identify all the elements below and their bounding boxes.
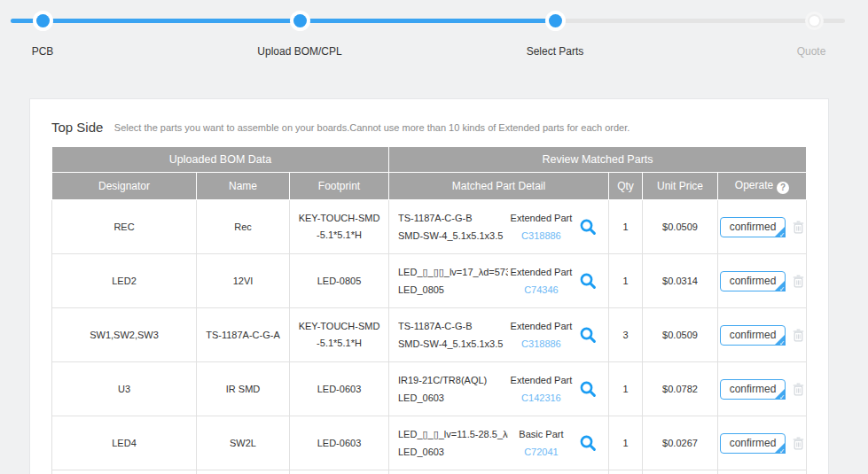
confirmed-button-label: confirmed (730, 383, 777, 395)
part-type-label: Extended Part (508, 317, 575, 335)
matched-part-line1: LED_▯_▯_lv=11.5-28.5_λd... (398, 425, 508, 443)
table-row: SW1,SW2,SW3 TS-1187A-C-G-A KEY-TOUCH-SMD… (52, 308, 807, 362)
col-header-operate: Operate? (718, 173, 807, 200)
confirmed-button[interactable]: confirmed ✓ (720, 217, 786, 237)
confirmed-button-label: confirmed (730, 437, 777, 449)
cell-matched-part-detail: TS-1187A-C-G-B SMD-SW-4_5.1x5.1x3.5 Exte… (389, 200, 609, 254)
part-type-label: Extended Part (508, 209, 575, 227)
col-header-qty: Qty (609, 173, 643, 200)
step-dot-select-parts[interactable] (549, 14, 562, 27)
footprint-text: KEY-TOUCH-SMD-5.1*5.1*H (290, 318, 388, 352)
footprint-text: LED-0603 (310, 435, 369, 452)
empty-cell (643, 470, 718, 474)
table-row: U3 IR SMD LED-0603 IR19-21C/TR8(AQL) LED… (52, 362, 807, 416)
progress-stepper: PCB Upload BOM/CPL Select Parts Quote (0, 0, 868, 71)
cell-footprint: KEY-TOUCH-SMD-5.1*5.1*H (290, 200, 389, 254)
confirmed-button[interactable]: confirmed ✓ (720, 271, 786, 291)
cell-unit-price: $0.0509 (643, 308, 718, 362)
part-code-link[interactable]: C74346 (508, 281, 575, 299)
step-label-quote: Quote (797, 45, 826, 58)
search-part-button[interactable] (575, 434, 601, 452)
table-row: LED4 SW2L LED-0603 LED_▯_▯_lv=11.5-28.5_… (52, 416, 807, 470)
confirmed-button[interactable]: confirmed ✓ (720, 379, 786, 400)
matched-part-line2: SMD-SW-4_5.1x5.1x3.5 (398, 227, 508, 245)
search-part-button[interactable] (575, 272, 601, 290)
cell-qty: 1 (609, 362, 643, 416)
cell-name: Rec (197, 200, 290, 254)
footprint-text: KEY-TOUCH-SMD-5.1*5.1*H (290, 210, 388, 244)
empty-cell (718, 470, 807, 474)
matched-part-meta: Extended Part C142316 (508, 371, 575, 407)
cell-qty: 1 (609, 416, 643, 470)
confirmed-button-label: confirmed (730, 221, 777, 233)
confirmed-button[interactable]: confirmed ✓ (720, 433, 786, 454)
page-title: Top Side (51, 120, 103, 135)
cell-matched-part-detail: LED_▯_▯▯_lv=17_λd=573 LED_0805 Extended … (389, 254, 609, 308)
cell-matched-part-detail: LED_▯_▯_lv=11.5-28.5_λd... LED_0603 Basi… (389, 416, 609, 470)
confirmed-button[interactable]: confirmed ✓ (720, 325, 786, 346)
cell-unit-price: $0.0782 (643, 362, 718, 416)
search-icon (579, 380, 597, 398)
cell-qty: 1 (609, 200, 643, 254)
delete-part-icon[interactable] (793, 329, 804, 342)
delete-part-icon[interactable] (793, 221, 804, 234)
empty-cell (290, 470, 389, 474)
search-icon (579, 326, 597, 344)
search-part-button[interactable] (575, 218, 601, 236)
delete-part-icon[interactable] (793, 437, 804, 450)
matched-part-meta: Basic Part C72041 (508, 425, 575, 461)
part-code-link[interactable]: C72041 (508, 443, 575, 461)
step-dot-pcb[interactable] (36, 14, 50, 27)
cell-footprint: LED-0603 (290, 362, 389, 416)
cell-operate: confirmed ✓ (718, 308, 807, 362)
table-row-partial (52, 470, 807, 474)
matched-part-names: LED_▯_▯▯_lv=17_λd=573 LED_0805 (398, 263, 508, 299)
empty-cell (389, 470, 609, 474)
matched-part-meta: Extended Part C74346 (508, 263, 575, 299)
help-icon[interactable]: ? (777, 182, 789, 194)
stepper-progress (11, 19, 555, 23)
cell-designator: U3 (52, 362, 197, 416)
matched-part-line1: LED_▯_▯▯_lv=17_λd=573 (398, 263, 508, 281)
part-code-link[interactable]: C318886 (508, 227, 575, 245)
matched-part-line2: SMD-SW-4_5.1x5.1x3.5 (398, 335, 508, 353)
search-icon (579, 272, 597, 290)
step-dot-upload-bom-cpl[interactable] (293, 14, 307, 27)
cell-designator: REC (52, 200, 197, 254)
table-row: LED2 12VI LED-0805 LED_▯_▯▯_lv=17_λd=573… (52, 254, 807, 308)
group-header-review-matched: Review Matched Parts (389, 147, 807, 173)
matched-part-names: TS-1187A-C-G-B SMD-SW-4_5.1x5.1x3.5 (398, 209, 508, 245)
cell-name: SW2L (197, 416, 290, 470)
footprint-text: LED-0603 (310, 381, 369, 398)
matched-part-line1: TS-1187A-C-G-B (398, 209, 508, 227)
search-part-button[interactable] (575, 380, 601, 398)
matched-part-line1: IR19-21C/TR8(AQL) (398, 371, 508, 389)
cell-footprint: LED-0805 (290, 254, 389, 308)
cell-footprint: LED-0603 (290, 416, 389, 470)
table-row: REC Rec KEY-TOUCH-SMD-5.1*5.1*H TS-1187A… (52, 200, 807, 254)
search-part-button[interactable] (575, 326, 601, 344)
cell-unit-price: $0.0314 (643, 254, 718, 308)
step-label-pcb[interactable]: PCB (32, 45, 54, 58)
check-icon: ✓ (779, 447, 786, 455)
empty-cell (609, 470, 643, 474)
step-label-select-parts[interactable]: Select Parts (527, 45, 584, 58)
matched-part-names: TS-1187A-C-G-B SMD-SW-4_5.1x5.1x3.5 (398, 317, 508, 353)
cell-footprint: KEY-TOUCH-SMD-5.1*5.1*H (290, 308, 389, 362)
bom-parts-table: Uploaded BOM Data Review Matched Parts D… (51, 146, 807, 474)
confirmed-button-label: confirmed (730, 275, 777, 287)
page-subtitle: Select the parts you want to assemble on… (114, 122, 630, 133)
delete-part-icon[interactable] (793, 275, 804, 288)
cell-designator: SW1,SW2,SW3 (52, 308, 197, 362)
cell-name: IR SMD (197, 362, 290, 416)
cell-designator: LED2 (52, 254, 197, 308)
col-header-name: Name (197, 173, 290, 200)
footprint-text: LED-0805 (310, 273, 369, 290)
delete-part-icon[interactable] (793, 383, 804, 396)
step-label-upload-bom-cpl[interactable]: Upload BOM/CPL (257, 45, 341, 58)
part-code-link[interactable]: C142316 (508, 389, 575, 407)
cell-operate: confirmed ✓ (718, 200, 807, 254)
part-code-link[interactable]: C318886 (508, 335, 575, 353)
empty-cell (197, 470, 290, 474)
matched-part-names: LED_▯_▯_lv=11.5-28.5_λd... LED_0603 (398, 425, 508, 461)
